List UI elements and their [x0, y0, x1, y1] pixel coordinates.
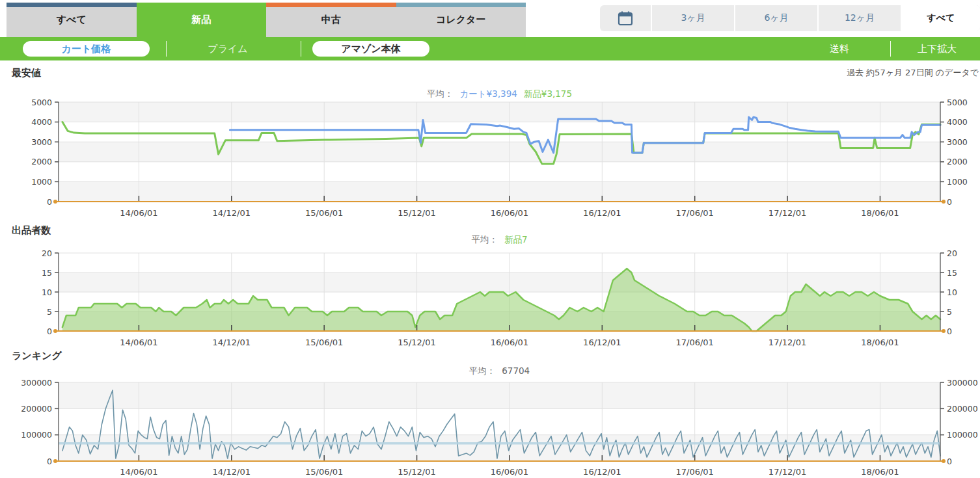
- svg-text:16/06/01: 16/06/01: [491, 208, 528, 218]
- svg-text:20: 20: [947, 248, 957, 258]
- svg-text:18/06/01: 18/06/01: [861, 208, 899, 218]
- svg-text:15/12/01: 15/12/01: [398, 208, 435, 218]
- svg-text:0: 0: [947, 326, 952, 336]
- svg-text:18/06/01: 18/06/01: [861, 467, 899, 477]
- expand-toggle[interactable]: 上下拡大: [901, 37, 973, 60]
- tab-used-label: 中古: [321, 14, 341, 26]
- lowest-price-chart[interactable]: 0010001000200020003000300040004000500050…: [0, 98, 980, 224]
- svg-text:17/06/01: 17/06/01: [675, 208, 713, 218]
- toolbar-divider: [890, 41, 891, 57]
- svg-text:10: 10: [947, 287, 957, 297]
- toolbar-divider: [166, 41, 167, 57]
- chart-seller-count-title: 出品者数: [12, 224, 51, 237]
- range-3-months[interactable]: 3ヶ月: [651, 5, 734, 31]
- tab-all[interactable]: すべて: [7, 3, 137, 37]
- svg-text:16/12/01: 16/12/01: [583, 467, 621, 477]
- cart-price-toggle[interactable]: カート価格: [23, 41, 150, 57]
- svg-text:1000: 1000: [31, 177, 52, 187]
- svg-text:300000: 300000: [947, 378, 978, 388]
- svg-text:17/06/01: 17/06/01: [675, 338, 713, 347]
- tab-collector-label: コレクター: [436, 14, 485, 26]
- time-range-bar: 3ヶ月 6ヶ月 12ヶ月 すべて: [600, 5, 980, 31]
- chart-ranking-title: ランキング: [12, 350, 62, 362]
- svg-text:200000: 200000: [947, 404, 978, 414]
- tab-all-color-strip: [7, 3, 137, 7]
- tab-new[interactable]: 新品: [137, 3, 267, 37]
- svg-text:14/06/01: 14/06/01: [120, 338, 157, 347]
- svg-text:15/06/01: 15/06/01: [305, 467, 343, 477]
- svg-text:0: 0: [947, 197, 952, 207]
- svg-text:16/12/01: 16/12/01: [583, 208, 621, 218]
- price-tracker-app: すべて 新品 中古 コレクター 3ヶ月 6ヶ月 12ヶ月 すべて: [0, 0, 980, 478]
- svg-text:3000: 3000: [947, 137, 968, 147]
- svg-text:4000: 4000: [31, 117, 52, 127]
- tab-collector[interactable]: コレクター: [396, 3, 526, 37]
- date-picker-button[interactable]: [600, 5, 651, 31]
- condition-tabs: すべて 新品 中古 コレクター: [7, 3, 526, 37]
- chart-seller-count-average: 平均：新品7: [59, 234, 940, 246]
- svg-text:100000: 100000: [21, 430, 52, 440]
- tab-collector-color-strip: [396, 3, 526, 7]
- series-toolbar: カート価格 プライム アマゾン本体 送料 上下拡大: [0, 37, 980, 60]
- svg-text:15/12/01: 15/12/01: [398, 467, 435, 477]
- shipping-toggle[interactable]: 送料: [810, 37, 869, 60]
- tab-used[interactable]: 中古: [266, 3, 396, 37]
- svg-text:16/06/01: 16/06/01: [491, 467, 528, 477]
- toolbar-divider: [301, 41, 301, 57]
- svg-text:15/12/01: 15/12/01: [398, 338, 435, 347]
- average-prefix: 平均：: [471, 234, 498, 245]
- svg-text:16/06/01: 16/06/01: [491, 338, 528, 347]
- svg-text:1000: 1000: [947, 177, 968, 187]
- svg-text:14/06/01: 14/06/01: [120, 208, 157, 218]
- range-6-months[interactable]: 6ヶ月: [734, 5, 817, 31]
- svg-text:17/06/01: 17/06/01: [675, 467, 713, 477]
- tab-new-color-strip: [137, 3, 267, 7]
- svg-text:14/12/01: 14/12/01: [213, 338, 251, 347]
- tab-all-label: すべて: [57, 14, 87, 26]
- chart-ranking-average: 平均：67704: [59, 365, 940, 377]
- svg-text:100000: 100000: [947, 430, 978, 440]
- svg-text:15/06/01: 15/06/01: [305, 208, 343, 218]
- svg-text:0: 0: [47, 457, 52, 466]
- svg-text:0: 0: [947, 457, 952, 466]
- svg-text:0: 0: [47, 197, 52, 207]
- svg-text:18/06/01: 18/06/01: [861, 338, 899, 347]
- svg-text:5000: 5000: [947, 98, 968, 107]
- svg-text:200000: 200000: [21, 404, 52, 414]
- range-12-months[interactable]: 12ヶ月: [817, 5, 901, 31]
- svg-text:14/06/01: 14/06/01: [120, 467, 157, 477]
- svg-text:15: 15: [42, 268, 52, 278]
- tab-new-label: 新品: [191, 14, 211, 26]
- tab-used-color-strip: [266, 3, 396, 7]
- seller-count-chart[interactable]: 005510101515202014/06/0114/12/0115/06/01…: [0, 247, 980, 351]
- svg-text:17/12/01: 17/12/01: [769, 467, 806, 477]
- range-all[interactable]: すべて: [901, 5, 980, 31]
- average-seller-value: 新品7: [504, 234, 528, 245]
- svg-text:14/12/01: 14/12/01: [213, 208, 251, 218]
- svg-text:17/12/01: 17/12/01: [769, 208, 806, 218]
- svg-text:14/12/01: 14/12/01: [213, 467, 251, 477]
- svg-text:300000: 300000: [21, 378, 52, 388]
- average-prefix: 平均：: [469, 365, 496, 376]
- average-rank-value: 67704: [502, 365, 530, 376]
- ranking-chart[interactable]: 0010000010000020000020000030000030000014…: [0, 377, 980, 478]
- svg-text:15: 15: [947, 268, 957, 278]
- svg-text:5000: 5000: [31, 98, 52, 107]
- svg-text:2000: 2000: [31, 157, 52, 166]
- svg-text:3000: 3000: [31, 137, 52, 147]
- svg-text:16/12/01: 16/12/01: [583, 338, 621, 347]
- calendar-icon: [617, 10, 634, 27]
- prime-toggle[interactable]: プライム: [185, 37, 270, 60]
- svg-text:5: 5: [47, 307, 52, 317]
- svg-text:2000: 2000: [947, 157, 968, 166]
- amazon-toggle[interactable]: アマゾン本体: [312, 41, 429, 57]
- svg-text:20: 20: [42, 248, 52, 258]
- data-period-note: 過去 約57ヶ月 27日間 のデータで: [847, 67, 979, 79]
- chart-lowest-price-title: 最安値: [12, 67, 41, 79]
- svg-text:17/12/01: 17/12/01: [769, 338, 806, 347]
- svg-text:15/06/01: 15/06/01: [305, 338, 343, 347]
- svg-text:0: 0: [47, 326, 52, 336]
- svg-text:5: 5: [947, 307, 952, 317]
- svg-text:4000: 4000: [947, 117, 968, 127]
- svg-text:10: 10: [42, 287, 52, 297]
